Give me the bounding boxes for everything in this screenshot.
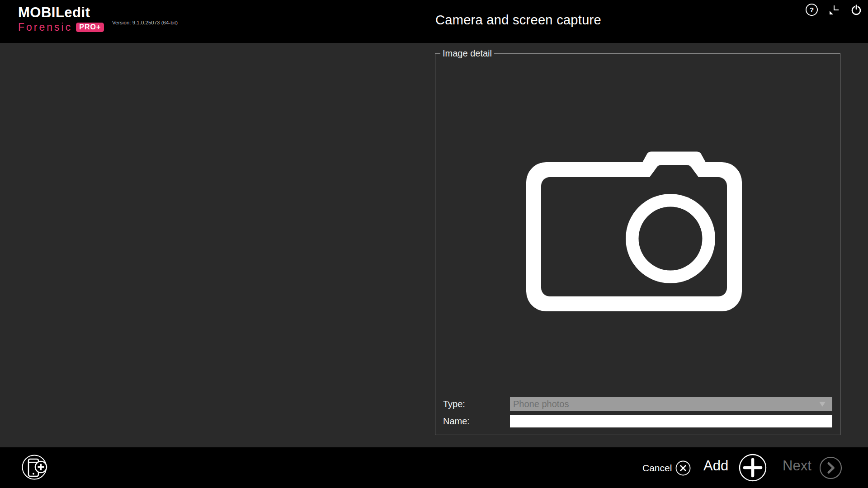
logo-brand-text: MOBILedit: [18, 5, 104, 19]
help-icon[interactable]: ?: [806, 4, 818, 16]
add-button[interactable]: Add: [703, 458, 728, 474]
compact-view-icon[interactable]: [829, 5, 840, 15]
compact-arrow: [830, 11, 833, 14]
add-phone-icon[interactable]: [21, 454, 48, 481]
type-field-row: Type: Phone photos: [435, 397, 841, 411]
logo-product-text: Forensic: [18, 22, 72, 33]
camera-icon: [435, 54, 841, 436]
power-icon[interactable]: [850, 4, 862, 16]
page-title: Camera and screen capture: [435, 13, 601, 28]
chevron-right-icon[interactable]: [819, 456, 842, 479]
cancel-button[interactable]: Cancel: [642, 463, 672, 474]
type-dropdown-value: Phone photos: [510, 399, 819, 409]
type-dropdown[interactable]: Phone photos: [510, 397, 832, 411]
name-label: Name:: [443, 416, 470, 427]
name-input[interactable]: [510, 415, 832, 427]
version-text: Version: 9.1.0.25073 (64-bit): [112, 20, 178, 25]
image-detail-panel: Image detail Type: Phone photos Name:: [435, 53, 840, 435]
app-logo: MOBILedit Forensic PRO+: [18, 5, 104, 33]
next-button[interactable]: Next: [783, 458, 811, 474]
compact-corner-bracket: [834, 5, 839, 10]
close-icon[interactable]: [675, 460, 691, 476]
footer-bar: [0, 447, 868, 488]
window-controls: ?: [806, 4, 862, 16]
mobiledit-window: { "window": { "background": "#2a2a2a", "…: [0, 0, 868, 488]
chevron-down-icon: [819, 402, 826, 407]
type-label: Type:: [443, 399, 465, 409]
logo-pro-badge: PRO+: [76, 23, 104, 32]
plus-icon[interactable]: [739, 454, 767, 482]
header-bar: MOBILedit Forensic PRO+ Version: 9.1.0.2…: [0, 0, 868, 43]
name-field-row: Name:: [435, 415, 841, 427]
help-glyph: ?: [810, 6, 814, 14]
